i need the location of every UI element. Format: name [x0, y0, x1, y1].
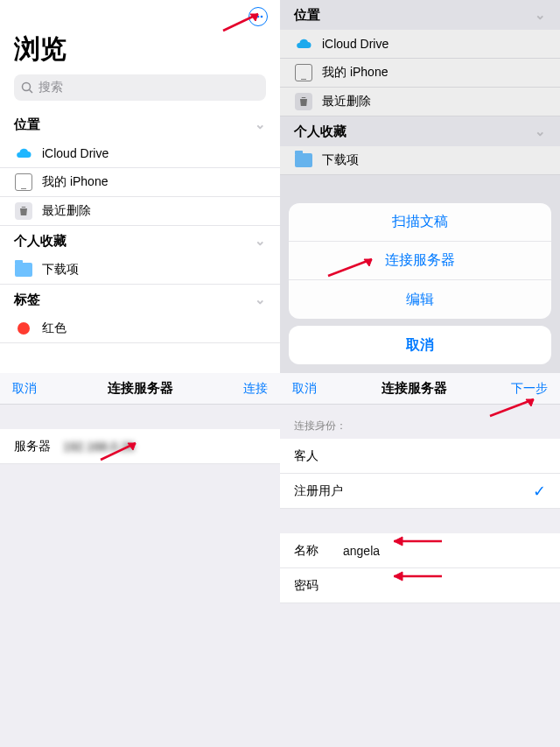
- action-sheet-cancel-card: 取消: [289, 326, 551, 364]
- guest-label: 客人: [294, 448, 318, 464]
- sheet-edit[interactable]: 编辑: [289, 280, 551, 319]
- svg-point-3: [23, 83, 31, 91]
- server-value: 192.168.0.26: [63, 440, 135, 454]
- section-header-label: 标签: [14, 292, 40, 308]
- panel-connect-server: 取消 连接服务器 连接 服务器 192.168.0.26: [0, 373, 280, 747]
- nav-bar: 取消 连接服务器 连接: [0, 373, 280, 405]
- list-item-label: 我的 iPhone: [42, 174, 108, 190]
- list-item[interactable]: iCloud Drive: [0, 139, 280, 168]
- trash-icon: [14, 201, 33, 221]
- server-field[interactable]: 服务器 192.168.0.26: [0, 429, 280, 464]
- check-icon: ✓: [533, 482, 546, 501]
- sheet-scan-documents[interactable]: 扫描文稿: [289, 203, 551, 242]
- nav-title: 连接服务器: [108, 380, 173, 397]
- page-title: 浏览: [0, 32, 280, 74]
- chevron-down-icon: ⌄: [255, 116, 266, 132]
- svg-point-0: [254, 16, 256, 18]
- list-item-label: iCloud Drive: [42, 146, 108, 160]
- browse-top: [0, 0, 280, 32]
- section-header-label: 位置: [14, 116, 40, 133]
- svg-point-2: [261, 16, 263, 18]
- password-field[interactable]: 密码: [280, 568, 560, 603]
- nav-connect[interactable]: 连接: [243, 381, 268, 397]
- auth-body: 连接身份： 客人 注册用户 ✓ 名称 angela 密码: [280, 405, 560, 603]
- svg-point-1: [257, 16, 260, 18]
- folder-icon: [14, 260, 33, 279]
- more-icon: [253, 15, 263, 18]
- section-header-locations[interactable]: 位置 ⌄: [0, 109, 280, 139]
- search-icon: [21, 81, 33, 94]
- tag-dot-icon: [14, 319, 33, 338]
- list-item[interactable]: 下载项: [0, 256, 280, 285]
- sheet-cancel[interactable]: 取消: [289, 326, 551, 364]
- list-item-label: 下载项: [42, 262, 79, 278]
- registered-label: 注册用户: [294, 483, 343, 499]
- cloud-icon: [14, 144, 33, 163]
- list-item-label: 红色: [42, 321, 66, 336]
- list-item[interactable]: 我的 iPhone: [0, 168, 280, 197]
- connect-as-label: 连接身份：: [280, 405, 560, 439]
- svg-line-4: [30, 90, 33, 94]
- identity-guest[interactable]: 客人: [280, 439, 560, 474]
- section-header-label: 个人收藏: [14, 233, 66, 250]
- password-label: 密码: [294, 578, 343, 594]
- identity-registered[interactable]: 注册用户 ✓: [280, 474, 560, 509]
- search-input[interactable]: 搜索: [14, 74, 266, 101]
- list-item[interactable]: 最近删除: [0, 197, 280, 226]
- panel-browse: 浏览 搜索 位置 ⌄ iCloud Drive 我的 iPhone 最近删除 个…: [0, 0, 280, 373]
- search-placeholder: 搜索: [38, 80, 63, 95]
- more-button[interactable]: [248, 7, 268, 26]
- action-sheet: 扫描文稿 连接服务器 编辑 取消: [289, 203, 551, 364]
- list-item[interactable]: 红色: [0, 314, 280, 343]
- server-label: 服务器: [14, 439, 63, 455]
- phone-icon: [14, 173, 33, 192]
- list-item-label: 最近删除: [42, 203, 91, 219]
- panel-connect-auth: 取消 连接服务器 下一步 连接身份： 客人 注册用户 ✓ 名称 angela 密…: [280, 373, 560, 747]
- chevron-down-icon: ⌄: [255, 292, 266, 307]
- connect-body: 服务器 192.168.0.26: [0, 405, 280, 464]
- nav-cancel[interactable]: 取消: [292, 381, 317, 397]
- name-value: angela: [343, 544, 380, 558]
- action-sheet-card: 扫描文稿 连接服务器 编辑: [289, 203, 551, 319]
- chevron-down-icon: ⌄: [255, 233, 266, 249]
- nav-title: 连接服务器: [382, 380, 447, 397]
- name-field[interactable]: 名称 angela: [280, 533, 560, 568]
- panel-browse-sheet: 位置 ⌄ iCloud Drive 我的 iPhone 最近删除 个人收藏 ⌄ …: [280, 0, 560, 373]
- nav-next[interactable]: 下一步: [511, 381, 548, 397]
- nav-bar: 取消 连接服务器 下一步: [280, 373, 560, 405]
- section-header-favorites[interactable]: 个人收藏 ⌄: [0, 226, 280, 256]
- name-label: 名称: [294, 543, 343, 559]
- sheet-connect-server[interactable]: 连接服务器: [289, 242, 551, 280]
- nav-cancel[interactable]: 取消: [12, 381, 37, 397]
- section-header-tags[interactable]: 标签 ⌄: [0, 285, 280, 314]
